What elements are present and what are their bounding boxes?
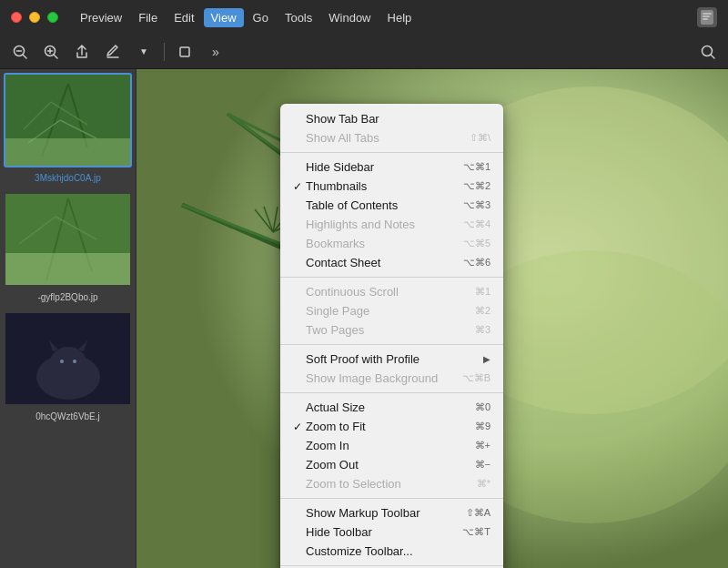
menu-help[interactable]: Help xyxy=(380,8,420,27)
svg-line-8 xyxy=(54,55,57,58)
sidebar-label-0: 3MskhjdoC0A.jp xyxy=(4,171,132,185)
sidebar: 3MskhjdoC0A.jp -gyflp2BQbo.jp xyxy=(0,69,136,568)
svg-rect-28 xyxy=(5,253,131,285)
toolbar-separator xyxy=(164,43,165,61)
svg-rect-2 xyxy=(703,15,710,17)
menu-section-2: Hide Sidebar ⌥⌘1 ✓ Thumbnails ⌥⌘2 Table … xyxy=(280,156,503,274)
menu-section-1: Show Tab Bar Show All Tabs ⇧⌘\ xyxy=(280,107,503,149)
minimize-button[interactable] xyxy=(29,12,40,23)
menu-item-zoom-selection: Zoom to Selection ⌘* xyxy=(280,474,503,493)
menu-item-show-markup-toolbar[interactable]: Show Markup Toolbar ⇧⌘A xyxy=(280,503,503,522)
menu-view[interactable]: View xyxy=(204,8,244,27)
share-button[interactable] xyxy=(69,39,95,65)
menu-divider-4 xyxy=(280,392,503,393)
markup-button[interactable] xyxy=(100,39,126,65)
view-dropdown-menu: Show Tab Bar Show All Tabs ⇧⌘\ Hide Side… xyxy=(280,104,503,568)
thumbnail-wrapper-1 xyxy=(4,192,132,287)
menu-divider-2 xyxy=(280,277,503,278)
menu-divider-5 xyxy=(280,498,503,499)
thumbnail-wrapper-2 xyxy=(4,311,132,406)
sidebar-label-2: 0hcQWzt6VbE.j xyxy=(4,410,132,423)
thumbnail-wrapper-0 xyxy=(4,73,132,167)
menu-item-actual-size[interactable]: Actual Size ⌘0 xyxy=(280,398,503,417)
main-area: 3MskhjdoC0A.jp -gyflp2BQbo.jp xyxy=(0,69,728,568)
traffic-lights xyxy=(11,12,58,23)
svg-rect-3 xyxy=(703,18,708,20)
svg-line-5 xyxy=(23,55,26,58)
menu-item-continuous-scroll: Continuous Scroll ⌘1 xyxy=(280,282,503,301)
menu-window[interactable]: Window xyxy=(321,8,378,27)
dropdown-overlay: Show Tab Bar Show All Tabs ⇧⌘\ Hide Side… xyxy=(136,69,728,568)
menu-item-table-of-contents[interactable]: Table of Contents ⌥⌘3 xyxy=(280,196,503,215)
menu-item-show-all-tabs: Show All Tabs ⇧⌘\ xyxy=(280,128,503,147)
menu-section-6: Show Markup Toolbar ⇧⌘A Hide Toolbar ⌥⌘T… xyxy=(280,502,503,563)
menu-item-zoom-to-fit[interactable]: ✓ Zoom to Fit ⌘9 xyxy=(280,417,503,436)
toolbar: ▼ » xyxy=(0,35,728,69)
svg-line-14 xyxy=(711,55,714,58)
svg-rect-12 xyxy=(180,47,189,56)
thumbnail-image-2 xyxy=(5,313,131,404)
menu-item-zoom-out[interactable]: Zoom Out ⌘− xyxy=(280,455,503,474)
menu-section-4: Soft Proof with Profile ▶ Show Image Bac… xyxy=(280,348,503,390)
chevron-right-icon[interactable]: » xyxy=(203,39,228,65)
menu-item-zoom-in[interactable]: Zoom In ⌘+ xyxy=(280,436,503,455)
svg-rect-22 xyxy=(5,138,131,166)
menu-item-soft-proof[interactable]: Soft Proof with Profile ▶ xyxy=(280,350,503,369)
menu-item-customize-toolbar[interactable]: Customize Toolbar... xyxy=(280,542,503,561)
sidebar-item-1[interactable]: -gyflp2BQbo.jp xyxy=(0,188,136,308)
sidebar-item-0[interactable]: 3MskhjdoC0A.jp xyxy=(0,69,136,188)
sidebar-item-2[interactable]: 0hcQWzt6VbE.j xyxy=(0,308,136,427)
menu-divider-3 xyxy=(280,344,503,345)
title-bar: Preview File Edit View Go Tools Window H… xyxy=(0,0,728,35)
menu-item-show-tab-bar[interactable]: Show Tab Bar xyxy=(280,109,503,128)
menu-item-thumbnails[interactable]: ✓ Thumbnails ⌥⌘2 xyxy=(280,177,503,196)
menu-item-highlights-notes: Highlights and Notes ⌥⌘4 xyxy=(280,215,503,234)
menu-item-show-image-bg: Show Image Background ⌥⌘B xyxy=(280,369,503,388)
zoom-in-button[interactable] xyxy=(38,39,64,65)
thumbnail-image-0 xyxy=(5,75,131,166)
search-button[interactable] xyxy=(695,39,721,65)
content-area: Show Tab Bar Show All Tabs ⇧⌘\ Hide Side… xyxy=(136,69,728,568)
submenu-arrow-icon: ▶ xyxy=(483,354,490,364)
menu-tools[interactable]: Tools xyxy=(278,8,319,27)
menu-go[interactable]: Go xyxy=(246,8,276,27)
menu-item-two-pages: Two Pages ⌘3 xyxy=(280,320,503,340)
svg-rect-1 xyxy=(703,13,712,15)
menu-item-single-page: Single Page ⌘2 xyxy=(280,301,503,320)
crop-button[interactable] xyxy=(172,39,197,65)
menu-item-bookmarks: Bookmarks ⌥⌘5 xyxy=(280,234,503,253)
menu-preview[interactable]: Preview xyxy=(73,8,129,27)
thumbnail-image-1 xyxy=(5,194,131,285)
menu-divider-6 xyxy=(280,565,503,566)
menu-item-hide-sidebar[interactable]: Hide Sidebar ⌥⌘1 xyxy=(280,157,503,177)
menu-section-5: Actual Size ⌘0 ✓ Zoom to Fit ⌘9 Zoom In … xyxy=(280,396,503,495)
zoom-out-button[interactable] xyxy=(7,39,33,65)
svg-point-34 xyxy=(60,360,64,363)
menu-bar: Preview File Edit View Go Tools Window H… xyxy=(73,8,419,27)
svg-point-35 xyxy=(73,360,76,363)
close-button[interactable] xyxy=(11,12,22,23)
menu-item-contact-sheet[interactable]: Contact Sheet ⌥⌘6 xyxy=(280,253,503,272)
maximize-button[interactable] xyxy=(47,12,58,23)
svg-point-31 xyxy=(50,347,86,380)
chevron-down-icon[interactable]: ▼ xyxy=(131,39,157,65)
menu-edit[interactable]: Edit xyxy=(167,8,201,27)
app-icon xyxy=(697,7,717,27)
sidebar-label-1: -gyflp2BQbo.jp xyxy=(4,290,132,304)
menu-section-3: Continuous Scroll ⌘1 Single Page ⌘2 Two … xyxy=(280,280,503,341)
menu-item-hide-toolbar[interactable]: Hide Toolbar ⌥⌘T xyxy=(280,522,503,542)
menu-divider-1 xyxy=(280,152,503,153)
menu-file[interactable]: File xyxy=(131,8,165,27)
